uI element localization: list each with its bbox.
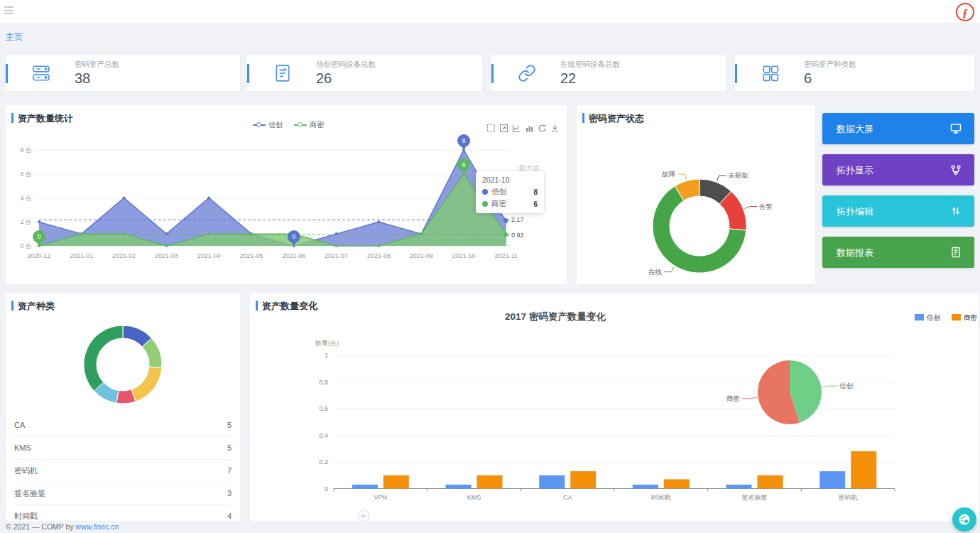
panel-title: 密码资产状态 <box>589 112 644 125</box>
stat-card-label: 在线密码设备总数 <box>560 60 620 70</box>
card-accent <box>247 64 249 83</box>
svg-text:密码机: 密码机 <box>839 494 858 501</box>
legend-item-shangmi[interactable]: 商密 <box>294 120 324 130</box>
topology-edit-icon <box>950 205 962 217</box>
topology-display-button[interactable]: 拓扑显示 <box>822 154 974 185</box>
button-label: 拓扑显示 <box>837 164 873 177</box>
line-symbol-icon <box>294 124 307 126</box>
svg-text:6 台: 6 台 <box>20 171 32 178</box>
tooltip-row: 信创8 <box>482 187 538 197</box>
card-accent <box>491 64 494 83</box>
bar-商密-CA[interactable] <box>570 471 596 488</box>
data-point[interactable] <box>165 244 168 247</box>
svg-text:4 台: 4 台 <box>20 195 32 202</box>
data-point[interactable] <box>377 220 380 223</box>
stat-card-value: 22 <box>560 70 620 87</box>
data-point[interactable] <box>207 197 210 200</box>
data-point[interactable] <box>335 244 338 247</box>
tooltip-title: 2021-10 <box>482 176 538 184</box>
svg-text:0.2: 0.2 <box>319 458 328 465</box>
legend-swatch-信创[interactable] <box>915 314 924 321</box>
fisec-logo-icon[interactable]: ƒ <box>956 3 974 21</box>
button-label: 拓扑编辑 <box>837 205 873 218</box>
theme-fab-button[interactable] <box>952 507 976 532</box>
bar-商密-VPN[interactable] <box>383 475 409 489</box>
bar-商密-签名验签[interactable] <box>758 475 783 489</box>
legend-label: 商密 <box>310 120 324 130</box>
footer: © 2021 — COMP by www.fisec.cn <box>0 521 980 533</box>
asset-type-row: KMS5 <box>14 437 232 460</box>
tooltip-row: 商密6 <box>482 199 538 209</box>
svg-text:2021-04: 2021-04 <box>197 252 221 259</box>
donut-slice-密码机[interactable] <box>131 367 162 402</box>
svg-text:在线: 在线 <box>648 268 663 276</box>
card-accent <box>6 64 8 83</box>
svg-text:2021-11: 2021-11 <box>495 252 518 259</box>
topology-edit-button[interactable]: 拓扑编辑 <box>822 195 974 227</box>
panel-title: 资产数量统计 <box>18 112 73 125</box>
bar-商密-KMS[interactable] <box>477 475 503 489</box>
bar-信创-时间戳[interactable] <box>633 485 658 489</box>
panel-asset-change: 资产数量变化 2017 密码资产数量变化信创商密数量(台)00.20.40.60… <box>250 293 979 529</box>
asset-status-donut-chart: 未获取告警在线故障 <box>577 132 815 284</box>
data-screen-button[interactable]: 数据大屏 <box>822 113 974 144</box>
svg-text:时间戳: 时间戳 <box>651 494 670 501</box>
breadcrumb-home[interactable]: 主页 <box>6 31 23 43</box>
asset-type-row: 密码机7 <box>14 460 232 483</box>
top-bar: ƒ <box>0 0 980 24</box>
svg-text:0: 0 <box>292 233 295 240</box>
fisec-link[interactable]: www.fisec.cn <box>76 522 119 531</box>
palette-icon <box>958 516 971 528</box>
stat-card-value: 6 <box>804 70 856 87</box>
bar-信创-密码机[interactable] <box>820 471 845 488</box>
button-label: 数据报表 <box>837 247 873 259</box>
stat-card-asset-types: 密码资产种类数 6 <box>735 55 974 91</box>
data-point[interactable] <box>38 220 40 223</box>
svg-text:故障: 故障 <box>661 170 675 178</box>
svg-text:2021-06: 2021-06 <box>282 252 305 259</box>
legend-label: 信创 <box>268 120 283 130</box>
legend-item-xinchuang[interactable]: 信创 <box>253 120 283 130</box>
svg-text:2021-02: 2021-02 <box>112 252 136 259</box>
copyright-text: © 2021 — COMP by <box>6 522 76 531</box>
svg-text:0.8: 0.8 <box>319 379 328 386</box>
donut-slice-VPN[interactable] <box>84 325 123 391</box>
data-point[interactable] <box>377 244 380 247</box>
svg-text:6: 6 <box>462 161 466 168</box>
asset-type-list: CA5KMS5密码机7签名验签3时间戳4 <box>6 414 240 528</box>
svg-text:商密: 商密 <box>726 394 741 402</box>
data-report-button[interactable]: 数据报表 <box>822 237 974 268</box>
svg-text:0: 0 <box>325 485 328 492</box>
svg-text:2021-08: 2021-08 <box>367 252 391 259</box>
svg-text:告警: 告警 <box>759 203 773 210</box>
bar-商密-时间戳[interactable] <box>664 479 690 488</box>
stat-card-label: 密码资产种类数 <box>804 60 856 70</box>
device-document-icon <box>273 64 292 82</box>
link-icon <box>518 64 536 82</box>
grid-icon <box>761 64 780 82</box>
data-point[interactable] <box>123 197 126 200</box>
svg-text:2.17: 2.17 <box>511 216 524 223</box>
bar-商密-密码机[interactable] <box>851 451 876 489</box>
stat-card-label: 密码资产总数 <box>75 60 119 70</box>
legend-swatch-商密[interactable] <box>952 314 961 321</box>
svg-text:2020-12: 2020-12 <box>27 252 50 259</box>
svg-text:2 台: 2 台 <box>20 218 32 225</box>
bar-信创-签名验签[interactable] <box>726 485 752 489</box>
svg-text:商密: 商密 <box>964 313 978 321</box>
svg-text:0 台: 0 台 <box>20 242 32 249</box>
chart-title: 2017 密码资产数量变化 <box>505 311 606 322</box>
panel-asset-status: 密码资产状态 未获取告警在线故障 <box>577 105 815 284</box>
svg-text:1: 1 <box>325 352 328 359</box>
bar-信创-CA[interactable] <box>539 475 565 489</box>
bar-信创-KMS[interactable] <box>446 485 472 489</box>
server-stack-icon <box>32 64 50 82</box>
svg-text:CA: CA <box>563 494 572 501</box>
svg-text:2021-10: 2021-10 <box>452 252 475 259</box>
dashboard-page: ƒ 主页 密码资产总数 38 信创密码设备总数 26 <box>0 0 980 533</box>
bar-信创-VPN[interactable] <box>352 485 378 489</box>
hamburger-icon[interactable] <box>4 6 14 16</box>
line-symbol-icon <box>253 124 266 126</box>
panel-asset-types: 资产种类 CA5KMS5密码机7签名验签3时间戳4 <box>6 293 240 529</box>
svg-text:信创: 信创 <box>926 313 940 321</box>
